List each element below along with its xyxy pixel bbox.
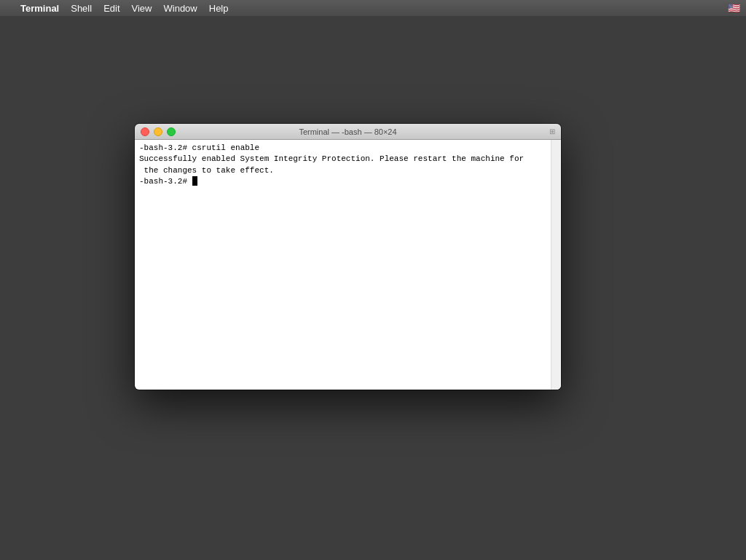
minimize-button[interactable] — [154, 127, 162, 136]
menu-help[interactable]: Help — [203, 0, 235, 16]
terminal-window: Terminal — -bash — 80×24 ⊞ -bash-3.2# cs… — [135, 124, 561, 390]
terminal-content[interactable]: -bash-3.2# csrutil enable Successfully e… — [135, 140, 561, 390]
desktop: Terminal — -bash — 80×24 ⊞ -bash-3.2# cs… — [0, 16, 746, 560]
menu-edit[interactable]: Edit — [98, 0, 125, 16]
command-text: csrutil enable — [187, 143, 259, 152]
menu-shell[interactable]: Shell — [65, 0, 98, 16]
terminal-line: -bash-3.2# — [139, 176, 557, 187]
terminal-titlebar: Terminal — -bash — 80×24 ⊞ — [135, 124, 561, 140]
window-title: Terminal — -bash — 80×24 — [299, 127, 396, 136]
terminal-line: -bash-3.2# csrutil enable — [139, 143, 557, 154]
scrollbar[interactable] — [551, 140, 561, 390]
menubar: Terminal Shell Edit View Window Help 🇺🇸 — [0, 0, 746, 16]
resize-icon[interactable]: ⊞ — [549, 127, 555, 135]
terminal-line: the changes to take effect. — [139, 165, 557, 176]
maximize-button[interactable] — [167, 127, 176, 136]
menu-view[interactable]: View — [126, 0, 158, 16]
prompt: -bash-3.2# — [139, 143, 187, 152]
app-name[interactable]: Terminal — [15, 0, 65, 16]
terminal-line: Successfully enabled System Integrity Pr… — [139, 154, 557, 165]
menubar-right: 🇺🇸 — [728, 3, 740, 13]
traffic-lights — [141, 127, 176, 136]
prompt: -bash-3.2# — [139, 177, 187, 186]
menu-window[interactable]: Window — [158, 0, 203, 16]
flag-icon: 🇺🇸 — [728, 3, 740, 13]
close-button[interactable] — [141, 127, 149, 136]
cursor — [192, 176, 197, 186]
